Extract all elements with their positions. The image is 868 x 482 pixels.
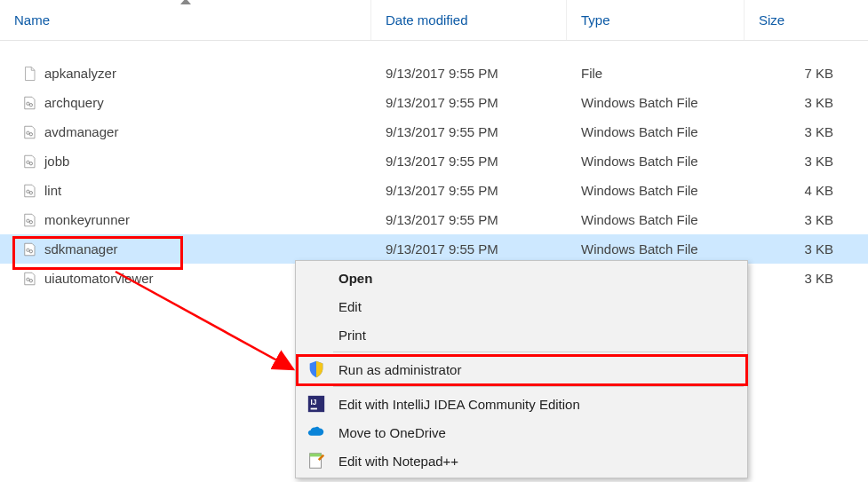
file-name-label: monkeyrunner	[44, 212, 130, 227]
context-menu-edit-intellij-label: Edit with IntelliJ IDEA Community Editio…	[338, 397, 580, 412]
context-menu-open-label: Open	[338, 271, 372, 286]
file-row[interactable]: archquery9/13/2017 9:55 PMWindows Batch …	[0, 88, 868, 117]
batch-file-icon	[21, 241, 37, 257]
file-list: apkanalyzer9/13/2017 9:55 PMFile7 KBarch…	[0, 41, 868, 293]
file-size-label: 3 KB	[745, 124, 851, 139]
file-name-label: archquery	[44, 95, 104, 110]
file-type-label: Windows Batch File	[567, 95, 745, 110]
file-size-label: 3 KB	[745, 241, 851, 257]
file-name-label: avdmanager	[44, 124, 118, 139]
file-date-label: 9/13/2017 9:55 PM	[371, 154, 567, 169]
context-menu-run-as-admin-label: Run as administrator	[338, 362, 461, 377]
batch-file-icon	[21, 154, 37, 170]
column-header-size-label: Size	[759, 12, 784, 28]
file-size-label: 3 KB	[745, 154, 851, 169]
file-type-label: Windows Batch File	[567, 124, 745, 139]
file-date-label: 9/13/2017 9:55 PM	[371, 124, 567, 139]
context-menu-edit-intellij[interactable]: IJ Edit with IntelliJ IDEA Community Edi…	[298, 390, 745, 418]
file-name-cell: apkanalyzer	[0, 66, 371, 82]
column-header-row: Name Date modified Type Size	[0, 0, 868, 41]
batch-file-icon	[21, 124, 37, 140]
file-name-label: jobb	[44, 154, 69, 169]
context-menu-separator	[333, 352, 744, 352]
svg-rect-18	[310, 454, 322, 457]
file-type-label: File	[567, 66, 745, 81]
context-menu-edit-notepadpp[interactable]: Edit with Notepad++	[298, 446, 745, 475]
column-header-name-label: Name	[14, 12, 50, 28]
file-name-cell: jobb	[0, 154, 371, 170]
context-menu-move-onedrive-label: Move to OneDrive	[338, 425, 446, 440]
file-size-label: 4 KB	[745, 183, 851, 198]
file-date-label: 9/13/2017 9:55 PM	[371, 183, 567, 198]
file-date-label: 9/13/2017 9:55 PM	[371, 95, 567, 110]
column-header-type[interactable]: Type	[567, 0, 745, 40]
context-menu-separator	[333, 386, 744, 387]
file-row[interactable]: avdmanager9/13/2017 9:55 PMWindows Batch…	[0, 117, 868, 146]
file-name-label: lint	[44, 183, 61, 198]
file-name-label: uiautomatorviewer	[44, 271, 154, 286]
file-icon	[21, 66, 37, 82]
file-date-label: 9/13/2017 9:55 PM	[371, 66, 567, 81]
intellij-icon: IJ	[307, 394, 326, 414]
context-menu-print[interactable]: Print	[298, 320, 745, 349]
context-menu-edit-label: Edit	[338, 299, 362, 314]
file-date-label: 9/13/2017 9:55 PM	[371, 241, 567, 257]
file-row[interactable]: apkanalyzer9/13/2017 9:55 PMFile7 KB	[0, 59, 868, 88]
column-header-name[interactable]: Name	[0, 0, 371, 40]
svg-rect-15	[311, 408, 317, 410]
file-size-label: 3 KB	[745, 95, 851, 110]
file-row[interactable]: monkeyrunner9/13/2017 9:55 PMWindows Bat…	[0, 205, 868, 234]
file-row[interactable]: jobb9/13/2017 9:55 PMWindows Batch File3…	[0, 146, 868, 176]
file-type-label: Windows Batch File	[567, 183, 745, 198]
column-header-date-label: Date modified	[386, 12, 468, 28]
file-name-cell: archquery	[0, 95, 371, 111]
context-menu-run-as-admin[interactable]: Run as administrator	[298, 355, 745, 383]
file-row[interactable]: lint9/13/2017 9:55 PMWindows Batch File4…	[0, 176, 868, 205]
sort-ascending-icon	[180, 0, 191, 4]
file-type-label: Windows Batch File	[567, 212, 745, 227]
column-header-type-label: Type	[581, 12, 610, 28]
batch-file-icon	[21, 95, 37, 111]
file-name-label: sdkmanager	[44, 241, 118, 257]
notepadpp-icon	[307, 451, 326, 470]
file-type-label: Windows Batch File	[567, 241, 745, 257]
batch-file-icon	[21, 212, 37, 228]
file-size-label: 3 KB	[745, 271, 851, 286]
onedrive-icon	[307, 423, 326, 442]
svg-text:IJ: IJ	[311, 399, 317, 407]
batch-file-icon	[21, 271, 37, 287]
context-menu: Open Edit Print Run as administrator IJ …	[295, 260, 748, 478]
column-header-size[interactable]: Size	[745, 0, 851, 40]
context-menu-edit[interactable]: Edit	[298, 292, 745, 320]
file-size-label: 7 KB	[745, 66, 851, 81]
column-header-date[interactable]: Date modified	[371, 0, 567, 40]
file-date-label: 9/13/2017 9:55 PM	[371, 212, 567, 227]
file-name-cell: lint	[0, 183, 371, 199]
file-name-cell: monkeyrunner	[0, 212, 371, 228]
context-menu-move-onedrive[interactable]: Move to OneDrive	[298, 418, 745, 446]
batch-file-icon	[21, 183, 37, 199]
file-name-label: apkanalyzer	[44, 66, 116, 81]
shield-icon	[307, 360, 326, 379]
file-name-cell: avdmanager	[0, 124, 371, 140]
context-menu-print-label: Print	[338, 328, 366, 343]
context-menu-open[interactable]: Open	[298, 264, 745, 292]
context-menu-edit-notepadpp-label: Edit with Notepad++	[338, 454, 458, 469]
file-type-label: Windows Batch File	[567, 154, 745, 169]
file-size-label: 3 KB	[745, 212, 851, 227]
file-name-cell: sdkmanager	[0, 241, 371, 257]
